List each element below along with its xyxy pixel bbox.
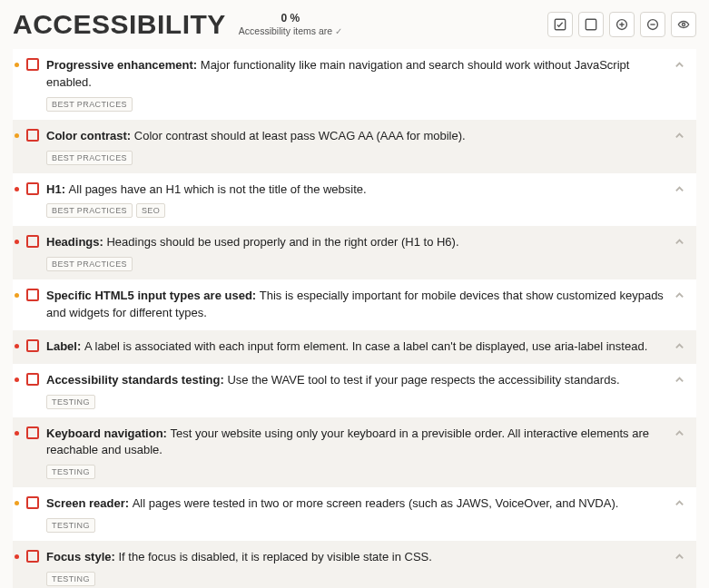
item-body: Accessibility standards testingUse the W…	[46, 372, 667, 409]
collapse-toggle[interactable]	[675, 427, 689, 441]
item-tags: BEST PRACTICES	[46, 151, 667, 165]
item-checkbox[interactable]	[26, 496, 39, 509]
priority-dot	[15, 240, 19, 244]
progress-percent: 0 %	[239, 12, 342, 25]
item-checkbox[interactable]	[26, 129, 39, 142]
collapse-all-button[interactable]	[640, 12, 665, 37]
item-tags: TESTING	[46, 465, 667, 479]
collapse-toggle[interactable]	[675, 551, 689, 564]
item-description: A label is associated with each input fo…	[84, 339, 647, 353]
item-title: H1	[46, 182, 69, 196]
item-title: Color contrast	[46, 129, 134, 142]
uncheck-all-button[interactable]	[578, 12, 604, 37]
chevron-up-icon	[675, 552, 684, 562]
item-text: Color contrastColor contrast should at l…	[46, 128, 667, 145]
item-body: Keyboard navigationTest your website usi…	[46, 426, 667, 480]
collapse-toggle[interactable]	[675, 130, 689, 143]
progress-indicator: 0 % Accessibility items are	[239, 12, 342, 38]
item-checkbox[interactable]	[26, 58, 39, 71]
check-all-button[interactable]	[547, 12, 573, 37]
item-body: Screen readerAll pages were tested in tw…	[46, 495, 667, 533]
priority-dot	[15, 554, 19, 559]
item-description: All pages were tested in two or more scr…	[133, 496, 619, 510]
item-body: Progressive enhancementMajor functionali…	[46, 57, 667, 112]
progress-caption: Accessibility items are	[239, 25, 342, 38]
checklist-item: LabelA label is associated with each inp…	[13, 330, 696, 364]
item-text: HeadingsHeadings should be used properly…	[46, 234, 667, 251]
item-body: Specific HTML5 input types are usedThis …	[46, 288, 667, 322]
checklist-item: Focus styleIf the focus is disabled, it …	[13, 541, 696, 588]
item-checkbox[interactable]	[26, 182, 39, 195]
tag-best_practices[interactable]: BEST PRACTICES	[46, 203, 133, 218]
item-body: Focus styleIf the focus is disabled, it …	[46, 549, 667, 586]
chevron-up-icon	[675, 237, 684, 247]
checklist-item: H1All pages have an H1 which is not the …	[13, 173, 696, 227]
item-checkbox[interactable]	[26, 373, 39, 386]
svg-rect-1	[586, 19, 596, 29]
item-body: Color contrastColor contrast should at l…	[46, 128, 667, 165]
collapse-toggle[interactable]	[675, 236, 689, 250]
priority-dot	[15, 133, 19, 138]
item-description: Color contrast should at least pass WCAG…	[134, 129, 466, 142]
item-body: HeadingsHeadings should be used properly…	[46, 234, 667, 271]
item-tags: BEST PRACTICES	[46, 257, 667, 271]
item-description: All pages have an H1 which is not the ti…	[69, 182, 367, 196]
eye-icon	[677, 18, 690, 31]
collapse-toggle[interactable]	[675, 497, 689, 511]
svg-point-4	[682, 23, 684, 25]
item-title: Focus style	[46, 550, 118, 564]
chevron-up-icon	[675, 131, 684, 141]
item-checkbox[interactable]	[26, 235, 39, 248]
tag-seo[interactable]: SEO	[136, 203, 165, 218]
checkbox-empty-icon	[585, 18, 597, 31]
priority-dot	[15, 377, 19, 382]
chevron-up-icon	[675, 375, 684, 385]
tag-best_practices[interactable]: BEST PRACTICES	[46, 257, 133, 271]
item-tags: TESTING	[46, 572, 667, 586]
item-text: Keyboard navigationTest your website usi…	[46, 426, 667, 460]
item-tags: BEST PRACTICESSEO	[46, 203, 667, 218]
item-text: H1All pages have an H1 which is not the …	[46, 181, 667, 199]
item-description: Use the WAVE tool to test if your page r…	[227, 373, 619, 387]
checklist-item: Color contrastColor contrast should at l…	[13, 120, 696, 173]
item-body: H1All pages have an H1 which is not the …	[46, 181, 667, 219]
section-title: ACCESSIBILITY	[13, 9, 226, 40]
tag-testing[interactable]: TESTING	[46, 518, 95, 533]
tag-best_practices[interactable]: BEST PRACTICES	[46, 97, 133, 112]
collapse-toggle[interactable]	[675, 183, 689, 197]
collapse-toggle[interactable]	[675, 340, 689, 354]
checklist: Progressive enhancementMajor functionali…	[13, 49, 696, 588]
checklist-item: Progressive enhancementMajor functionali…	[13, 49, 696, 120]
item-title: Progressive enhancement	[46, 58, 201, 72]
item-checkbox[interactable]	[26, 550, 39, 563]
collapse-toggle[interactable]	[675, 289, 689, 303]
expand-all-button[interactable]	[609, 12, 635, 37]
item-text: Accessibility standards testingUse the W…	[46, 372, 667, 389]
tag-testing[interactable]: TESTING	[46, 395, 95, 409]
item-title: Accessibility standards testing	[46, 373, 227, 387]
toggle-visibility-button[interactable]	[671, 12, 696, 37]
plus-circle-icon	[615, 18, 628, 31]
item-checkbox[interactable]	[26, 289, 39, 301]
item-title: Headings	[46, 235, 106, 249]
item-title: Specific HTML5 input types are used	[46, 289, 260, 302]
item-checkbox[interactable]	[26, 339, 39, 352]
item-checkbox[interactable]	[26, 426, 39, 439]
priority-dot	[15, 187, 19, 191]
chevron-up-icon	[675, 60, 684, 70]
item-text: Specific HTML5 input types are usedThis …	[46, 288, 667, 322]
item-title: Keyboard navigation	[46, 426, 171, 440]
checklist-item: Screen readerAll pages were tested in tw…	[13, 487, 696, 541]
item-body: LabelA label is associated with each inp…	[46, 338, 667, 356]
checklist-item: Specific HTML5 input types are usedThis …	[13, 279, 696, 330]
checklist-item: HeadingsHeadings should be used properly…	[13, 226, 696, 279]
tag-best_practices[interactable]: BEST PRACTICES	[46, 151, 133, 165]
section-toolbar	[547, 12, 696, 37]
tag-testing[interactable]: TESTING	[46, 572, 95, 586]
collapse-toggle[interactable]	[675, 59, 689, 73]
checklist-item: Accessibility standards testingUse the W…	[13, 364, 696, 417]
item-tags: TESTING	[46, 518, 667, 533]
tag-testing[interactable]: TESTING	[46, 465, 95, 479]
collapse-toggle[interactable]	[675, 374, 689, 387]
item-description: Headings should be used properly and in …	[106, 235, 458, 249]
